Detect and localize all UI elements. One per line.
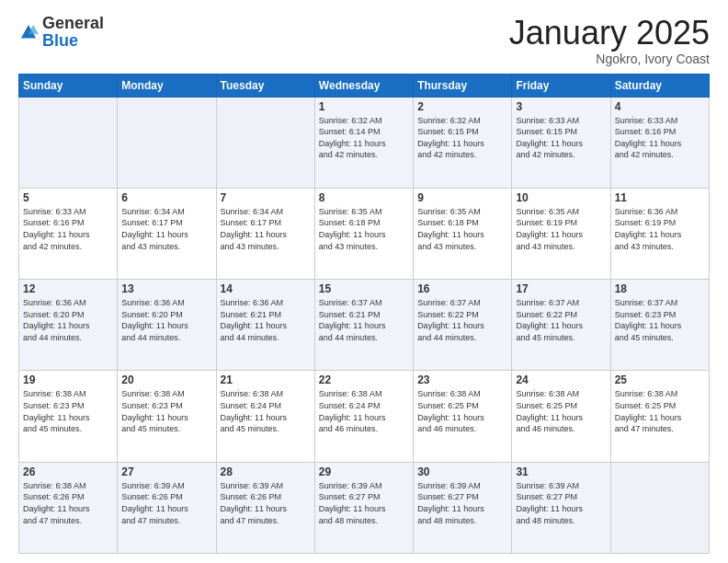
day-info: Sunrise: 6:39 AM Sunset: 6:27 PM Dayligh… — [319, 480, 409, 526]
day-number: 31 — [516, 465, 606, 478]
calendar-day-cell: 30Sunrise: 6:39 AM Sunset: 6:27 PM Dayli… — [414, 462, 512, 553]
calendar-day-header: Sunday — [19, 74, 118, 97]
calendar-day-cell: 10Sunrise: 6:35 AM Sunset: 6:19 PM Dayli… — [512, 188, 610, 279]
day-number: 1 — [319, 100, 409, 113]
calendar-day-cell: 13Sunrise: 6:36 AM Sunset: 6:20 PM Dayli… — [118, 280, 216, 371]
calendar-day-cell: 8Sunrise: 6:35 AM Sunset: 6:18 PM Daylig… — [314, 188, 413, 279]
day-number: 15 — [319, 282, 409, 295]
day-info: Sunrise: 6:38 AM Sunset: 6:24 PM Dayligh… — [221, 388, 311, 434]
calendar-day-cell — [19, 97, 118, 188]
calendar-day-cell: 31Sunrise: 6:39 AM Sunset: 6:27 PM Dayli… — [512, 462, 610, 553]
day-number: 20 — [121, 373, 211, 386]
calendar-table: SundayMondayTuesdayWednesdayThursdayFrid… — [18, 74, 710, 554]
calendar-day-cell: 16Sunrise: 6:37 AM Sunset: 6:22 PM Dayli… — [414, 280, 512, 371]
calendar-week-row: 19Sunrise: 6:38 AM Sunset: 6:23 PM Dayli… — [19, 371, 710, 462]
day-info: Sunrise: 6:37 AM Sunset: 6:22 PM Dayligh… — [516, 297, 606, 343]
calendar-week-row: 12Sunrise: 6:36 AM Sunset: 6:20 PM Dayli… — [19, 280, 710, 371]
calendar-day-cell: 27Sunrise: 6:39 AM Sunset: 6:26 PM Dayli… — [118, 462, 216, 553]
calendar-day-cell — [118, 97, 216, 188]
day-info: Sunrise: 6:38 AM Sunset: 6:25 PM Dayligh… — [516, 388, 606, 434]
calendar-day-cell: 15Sunrise: 6:37 AM Sunset: 6:21 PM Dayli… — [314, 280, 413, 371]
calendar-day-cell: 20Sunrise: 6:38 AM Sunset: 6:23 PM Dayli… — [118, 371, 216, 462]
day-number: 23 — [417, 373, 507, 386]
day-info: Sunrise: 6:38 AM Sunset: 6:24 PM Dayligh… — [319, 388, 409, 434]
day-number: 9 — [417, 191, 507, 204]
calendar-day-cell: 23Sunrise: 6:38 AM Sunset: 6:25 PM Dayli… — [414, 371, 512, 462]
day-number: 30 — [417, 465, 507, 478]
day-info: Sunrise: 6:36 AM Sunset: 6:20 PM Dayligh… — [121, 297, 211, 343]
day-info: Sunrise: 6:38 AM Sunset: 6:26 PM Dayligh… — [23, 480, 113, 526]
day-number: 26 — [23, 465, 113, 478]
day-number: 8 — [319, 191, 409, 204]
day-number: 18 — [615, 282, 705, 295]
calendar-day-cell: 5Sunrise: 6:33 AM Sunset: 6:16 PM Daylig… — [19, 188, 118, 279]
calendar-day-cell: 29Sunrise: 6:39 AM Sunset: 6:27 PM Dayli… — [314, 462, 413, 553]
day-info: Sunrise: 6:37 AM Sunset: 6:22 PM Dayligh… — [417, 297, 507, 343]
calendar-week-row: 5Sunrise: 6:33 AM Sunset: 6:16 PM Daylig… — [19, 188, 710, 279]
calendar-day-cell: 19Sunrise: 6:38 AM Sunset: 6:23 PM Dayli… — [19, 371, 118, 462]
calendar-day-cell: 7Sunrise: 6:34 AM Sunset: 6:17 PM Daylig… — [216, 188, 314, 279]
day-number: 2 — [417, 100, 507, 113]
day-info: Sunrise: 6:35 AM Sunset: 6:19 PM Dayligh… — [516, 206, 606, 252]
day-info: Sunrise: 6:38 AM Sunset: 6:25 PM Dayligh… — [417, 388, 507, 434]
calendar-day-cell: 24Sunrise: 6:38 AM Sunset: 6:25 PM Dayli… — [512, 371, 610, 462]
day-info: Sunrise: 6:32 AM Sunset: 6:15 PM Dayligh… — [417, 115, 507, 161]
day-info: Sunrise: 6:39 AM Sunset: 6:26 PM Dayligh… — [221, 480, 311, 526]
calendar-day-cell: 3Sunrise: 6:33 AM Sunset: 6:15 PM Daylig… — [512, 97, 610, 188]
day-number: 7 — [221, 191, 311, 204]
day-number: 4 — [615, 100, 705, 113]
day-number: 5 — [23, 191, 113, 204]
day-number: 11 — [615, 191, 705, 204]
calendar-day-cell: 18Sunrise: 6:37 AM Sunset: 6:23 PM Dayli… — [610, 280, 709, 371]
logo-icon — [18, 22, 39, 42]
calendar-day-header: Friday — [512, 74, 610, 97]
day-info: Sunrise: 6:32 AM Sunset: 6:14 PM Dayligh… — [319, 115, 409, 161]
calendar-week-row: 26Sunrise: 6:38 AM Sunset: 6:26 PM Dayli… — [19, 462, 710, 553]
header: General Blue January 2025 Ngokro, Ivory … — [18, 15, 710, 66]
day-number: 22 — [319, 373, 409, 386]
calendar-day-cell — [610, 462, 709, 553]
title-section: January 2025 Ngokro, Ivory Coast — [509, 15, 710, 66]
day-number: 17 — [516, 282, 606, 295]
day-info: Sunrise: 6:36 AM Sunset: 6:21 PM Dayligh… — [221, 297, 311, 343]
day-number: 16 — [417, 282, 507, 295]
calendar-day-cell: 2Sunrise: 6:32 AM Sunset: 6:15 PM Daylig… — [414, 97, 512, 188]
calendar-day-cell: 4Sunrise: 6:33 AM Sunset: 6:16 PM Daylig… — [610, 97, 709, 188]
day-info: Sunrise: 6:35 AM Sunset: 6:18 PM Dayligh… — [319, 206, 409, 252]
calendar-day-cell: 21Sunrise: 6:38 AM Sunset: 6:24 PM Dayli… — [216, 371, 314, 462]
calendar-day-cell: 22Sunrise: 6:38 AM Sunset: 6:24 PM Dayli… — [314, 371, 413, 462]
day-number: 3 — [516, 100, 606, 113]
calendar-day-cell: 9Sunrise: 6:35 AM Sunset: 6:18 PM Daylig… — [414, 188, 512, 279]
calendar-day-cell: 17Sunrise: 6:37 AM Sunset: 6:22 PM Dayli… — [512, 280, 610, 371]
calendar-day-header: Thursday — [414, 74, 512, 97]
day-info: Sunrise: 6:34 AM Sunset: 6:17 PM Dayligh… — [221, 206, 311, 252]
day-number: 12 — [23, 282, 113, 295]
day-number: 14 — [221, 282, 311, 295]
day-number: 28 — [221, 465, 311, 478]
day-number: 19 — [23, 373, 113, 386]
calendar-day-cell: 14Sunrise: 6:36 AM Sunset: 6:21 PM Dayli… — [216, 280, 314, 371]
day-number: 10 — [516, 191, 606, 204]
day-info: Sunrise: 6:37 AM Sunset: 6:21 PM Dayligh… — [319, 297, 409, 343]
calendar-day-cell: 25Sunrise: 6:38 AM Sunset: 6:25 PM Dayli… — [610, 371, 709, 462]
calendar-week-row: 1Sunrise: 6:32 AM Sunset: 6:14 PM Daylig… — [19, 97, 710, 188]
calendar-day-cell — [216, 97, 314, 188]
day-info: Sunrise: 6:36 AM Sunset: 6:19 PM Dayligh… — [615, 206, 705, 252]
day-info: Sunrise: 6:36 AM Sunset: 6:20 PM Dayligh… — [23, 297, 113, 343]
calendar-day-header: Saturday — [610, 74, 709, 97]
logo-general: General — [42, 14, 104, 32]
day-number: 29 — [319, 465, 409, 478]
day-info: Sunrise: 6:37 AM Sunset: 6:23 PM Dayligh… — [615, 297, 705, 343]
day-number: 6 — [121, 191, 211, 204]
day-number: 13 — [121, 282, 211, 295]
calendar-day-cell: 6Sunrise: 6:34 AM Sunset: 6:17 PM Daylig… — [118, 188, 216, 279]
calendar-day-cell: 26Sunrise: 6:38 AM Sunset: 6:26 PM Dayli… — [19, 462, 118, 553]
day-info: Sunrise: 6:33 AM Sunset: 6:16 PM Dayligh… — [23, 206, 113, 252]
day-info: Sunrise: 6:38 AM Sunset: 6:23 PM Dayligh… — [23, 388, 113, 434]
day-info: Sunrise: 6:39 AM Sunset: 6:27 PM Dayligh… — [417, 480, 507, 526]
calendar-day-cell: 11Sunrise: 6:36 AM Sunset: 6:19 PM Dayli… — [610, 188, 709, 279]
calendar-day-header: Wednesday — [314, 74, 413, 97]
day-info: Sunrise: 6:35 AM Sunset: 6:18 PM Dayligh… — [417, 206, 507, 252]
day-info: Sunrise: 6:39 AM Sunset: 6:27 PM Dayligh… — [516, 480, 606, 526]
day-number: 24 — [516, 373, 606, 386]
